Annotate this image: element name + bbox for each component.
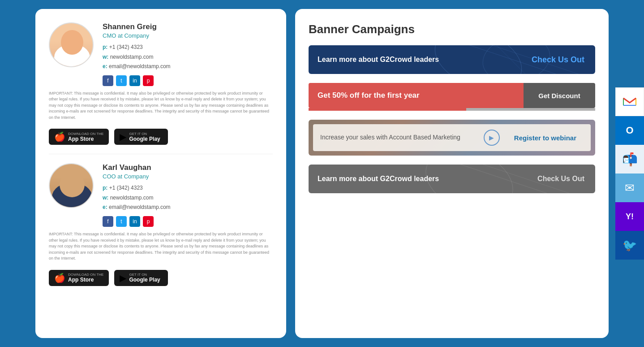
google-play-icon-2: ▶ [120,273,126,283]
app-store-btn-2[interactable]: 🍎 Download on the App Store [49,270,109,286]
phone-value-1: +1 (342) 4323 [109,44,143,50]
sig-web-2: w: newoldstamp.com [103,193,273,203]
app-store-sub-1: Download on the [68,132,103,136]
sig-info-1: Shannen Greig CMO at Company p: +1 (342)… [103,22,273,86]
app-store-text-2: Download on the App Store [68,273,103,283]
banner1-right-text: Check Us Out [521,45,595,74]
facebook-icon-2[interactable]: f [103,216,113,227]
twitter-icon-2[interactable]: t [116,216,127,227]
sig-name-2: Karl Vaughan [103,163,273,172]
apple-icon-2: 🍎 [54,273,65,283]
banner-abm-inner: Increase your sales with Account Based M… [313,124,591,151]
avatar-male [49,163,94,208]
app-store-main-1: App Store [68,136,103,142]
left-panel: Shannen Greig CMO at Company p: +1 (342)… [35,9,286,338]
mail-icon[interactable]: ✉ [615,174,644,202]
outlook-icon[interactable]: O [615,116,644,145]
panel-title: Banner Campaigns [309,22,595,36]
app-store-btn-1[interactable]: 🍎 Download on the App Store [49,129,109,145]
yahoo-icon[interactable]: Y! [615,202,644,231]
avatar-female [49,22,94,67]
play-store-sub-1: GET IT ON [129,132,160,136]
pinterest-icon-2[interactable]: p [143,216,154,227]
app-store-main-2: App Store [68,277,103,283]
social-icons-2: f t in p [103,216,273,227]
pinterest-icon-1[interactable]: p [143,75,154,86]
play-store-btn-1[interactable]: ▶ GET IT ON Google Play [114,129,168,145]
sig-name-1: Shannen Greig [103,22,273,31]
sig-contact-1: p: +1 (342) 4323 w: newoldstamp.com e: e… [103,43,273,72]
gmail-svg [622,94,638,110]
sig-email-1: e: email@newoldstamp.com [103,62,273,72]
phone-label-2: p: [103,185,107,191]
email-value-1: email@newoldstamp.com [109,63,171,69]
play-store-text-1: GET IT ON Google Play [129,132,160,142]
store-buttons-1: 🍎 Download on the App Store ▶ GET IT ON … [49,129,273,145]
sig-email-2: e: email@newoldstamp.com [103,203,273,213]
phone-label-1: p: [103,44,107,50]
signature-block-2: Karl Vaughan COO at Company p: +1 (342) … [49,163,273,295]
banner-g2crowd-bottom[interactable]: Learn more about G2Crowd leaders Check U… [309,165,595,193]
play-store-text-2: GET IT ON Google Play [129,273,160,283]
email-label-1: e: [103,63,107,69]
sig-title-1: CMO at Company [103,32,273,39]
twitter-icon-1[interactable]: t [116,75,127,86]
sig-phone-2: p: +1 (342) 4323 [103,183,273,193]
play-store-sub-2: GET IT ON [129,273,160,277]
apple-icon-1: 🍎 [54,131,65,142]
thunderbird-icon[interactable]: 🐦 [615,231,644,260]
sig-title-2: COO at Company [103,173,273,180]
banner3-cta-text[interactable]: Register to webinar [507,134,584,142]
signature-top-2: Karl Vaughan COO at Company p: +1 (342) … [49,163,273,227]
banner-discount-wrapper: Get 50% off for the first year Get Disco… [309,83,595,111]
web-value-1: newoldstamp.com [110,54,154,60]
sig-phone-1: p: +1 (342) 4323 [103,43,273,52]
phone-value-2: +1 (342) 4323 [109,185,143,191]
web-label-2: w: [103,195,108,201]
apple-mail-envelope-icon[interactable]: 📬 [615,145,644,174]
play-button-icon[interactable]: ▶ [484,130,500,146]
gmail-icon[interactable] [615,87,644,116]
app-store-sub-2: Download on the [68,273,103,277]
signature-block-1: Shannen Greig CMO at Company p: +1 (342)… [49,22,273,154]
banner-abm[interactable]: Increase your sales with Account Based M… [309,120,595,156]
banner1-left-text: Learn more about G2Crowd leaders [309,56,521,64]
banner2-right-text: Get Discount [524,83,595,108]
linkedin-icon-1[interactable]: in [129,75,140,86]
email-value-2: email@newoldstamp.com [109,204,171,210]
banner-discount[interactable]: Get 50% off for the first year Get Disco… [309,83,595,108]
linkedin-icon-2[interactable]: in [129,216,140,227]
side-icons-panel: O 📬 ✉ Y! 🐦 [615,87,644,260]
email-label-2: e: [103,204,107,210]
banner3-main-text: Increase your sales with Account Based M… [320,133,477,142]
red-accent-line [309,108,595,111]
play-store-main-2: Google Play [129,277,160,283]
sig-contact-2: p: +1 (342) 4323 w: newoldstamp.com e: e… [103,183,273,213]
signature-top-1: Shannen Greig CMO at Company p: +1 (342)… [49,22,273,86]
sig-info-2: Karl Vaughan COO at Company p: +1 (342) … [103,163,273,227]
banner4-right-text: Check Us Out [527,175,595,183]
sig-web-1: w: newoldstamp.com [103,52,273,62]
banner-g2crowd-top[interactable]: Learn more about G2Crowd leaders Check U… [309,45,595,74]
play-store-main-1: Google Play [129,136,160,142]
store-buttons-2: 🍎 Download on the App Store ▶ GET IT ON … [49,270,273,286]
banner2-left-text: Get 50% off for the first year [309,83,524,108]
facebook-icon-1[interactable]: f [103,75,113,86]
social-icons-1: f t in p [103,75,273,86]
disclaimer-2: IMPORTANT: This message is confidential.… [49,231,273,262]
web-value-2: newoldstamp.com [110,195,154,201]
banner-area: Learn more about G2Crowd leaders Check U… [309,45,595,325]
disclaimer-1: IMPORTANT: This message is confidential.… [49,91,273,121]
play-store-btn-2[interactable]: ▶ GET IT ON Google Play [114,270,168,286]
app-store-text-1: Download on the App Store [68,132,103,142]
web-label-1: w: [103,54,108,60]
google-play-icon-1: ▶ [120,131,126,142]
banner4-left-text: Learn more about G2Crowd leaders [309,175,448,183]
right-panel: Banner Campaigns Learn more about G2Crow… [295,9,609,338]
